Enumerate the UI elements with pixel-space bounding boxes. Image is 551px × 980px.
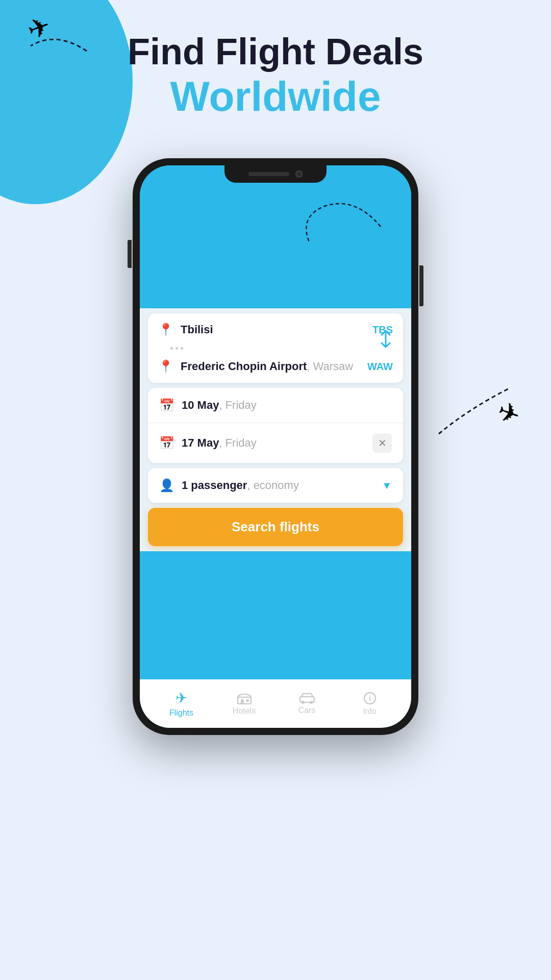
flights-nav-icon: ✈ xyxy=(176,690,187,706)
svg-point-5 xyxy=(310,701,313,704)
destination-airport: Frederic Chopin Airport xyxy=(181,360,307,373)
passenger-icon: 👤 xyxy=(159,478,174,493)
passenger-count: 1 passenger xyxy=(182,479,247,492)
depart-calendar-icon: 📅 xyxy=(159,398,174,412)
cars-nav-icon xyxy=(298,693,316,704)
clear-return-date-button[interactable]: ✕ xyxy=(372,433,392,453)
phone-outer-frame: 📍 Tbilisi TBS xyxy=(133,158,418,735)
search-flights-button[interactable]: Search flights xyxy=(148,508,403,546)
speaker xyxy=(248,172,289,176)
destination-row[interactable]: 📍 Frederic Chopin Airport , Warsaw WAW xyxy=(148,350,403,383)
nav-hotels[interactable]: Hotels xyxy=(213,692,276,716)
origin-city: Tbilisi xyxy=(181,323,213,336)
route-dots xyxy=(148,346,403,350)
origin-row[interactable]: 📍 Tbilisi TBS xyxy=(148,313,403,346)
passengers-row[interactable]: 👤 1 passenger , economy ▼ xyxy=(148,468,403,503)
return-date-row[interactable]: 📅 17 May , Friday ✕ xyxy=(148,423,403,463)
destination-city: , Warsaw xyxy=(307,360,353,373)
destination-pin-icon: 📍 xyxy=(158,359,173,374)
nav-info[interactable]: i Info xyxy=(338,692,401,716)
phone-mockup: 📍 Tbilisi TBS xyxy=(133,158,418,735)
depart-day: , Friday xyxy=(219,399,256,412)
dates-card: 📅 10 May , Friday 📅 17 May , Friday ✕ xyxy=(148,388,403,463)
svg-rect-0 xyxy=(238,697,251,704)
passengers-card: 👤 1 passenger , economy ▼ xyxy=(148,468,403,503)
svg-rect-1 xyxy=(241,699,244,704)
hotels-nav-icon xyxy=(237,692,252,704)
flights-nav-label: Flights xyxy=(169,708,193,718)
cars-nav-label: Cars xyxy=(298,706,316,715)
phone-top-blue xyxy=(140,165,411,308)
passengers-dropdown-arrow: ▼ xyxy=(382,480,392,492)
route-card: 📍 Tbilisi TBS xyxy=(148,313,403,383)
bottom-nav: ✈ Flights Hotels xyxy=(140,679,411,728)
phone-dashed-arc xyxy=(294,186,396,247)
destination-code: WAW xyxy=(367,361,393,373)
camera xyxy=(295,170,303,178)
swap-button[interactable] xyxy=(379,330,393,350)
svg-text:i: i xyxy=(369,694,371,702)
nav-cars[interactable]: Cars xyxy=(276,693,338,715)
svg-point-4 xyxy=(302,701,305,704)
phone-bottom-filler xyxy=(140,551,411,679)
info-nav-label: Info xyxy=(363,707,377,716)
return-date: 17 May xyxy=(182,436,219,450)
swap-icon xyxy=(379,330,393,348)
svg-rect-2 xyxy=(246,699,249,702)
return-calendar-icon: 📅 xyxy=(159,436,174,450)
depart-date-row[interactable]: 📅 10 May , Friday xyxy=(148,388,403,423)
phone-notch xyxy=(224,165,327,183)
depart-date: 10 May xyxy=(182,399,219,412)
travel-class: , economy xyxy=(247,479,299,492)
phone-screen: 📍 Tbilisi TBS xyxy=(140,165,411,728)
info-nav-icon: i xyxy=(363,692,377,705)
origin-pin-icon: 📍 xyxy=(158,323,173,337)
hotels-nav-label: Hotels xyxy=(233,706,256,716)
header-title-line2: Worldwide xyxy=(0,72,551,120)
phone-cards-area: 📍 Tbilisi TBS xyxy=(140,308,411,679)
return-day: , Friday xyxy=(219,436,256,450)
nav-flights[interactable]: ✈ Flights xyxy=(150,690,213,718)
